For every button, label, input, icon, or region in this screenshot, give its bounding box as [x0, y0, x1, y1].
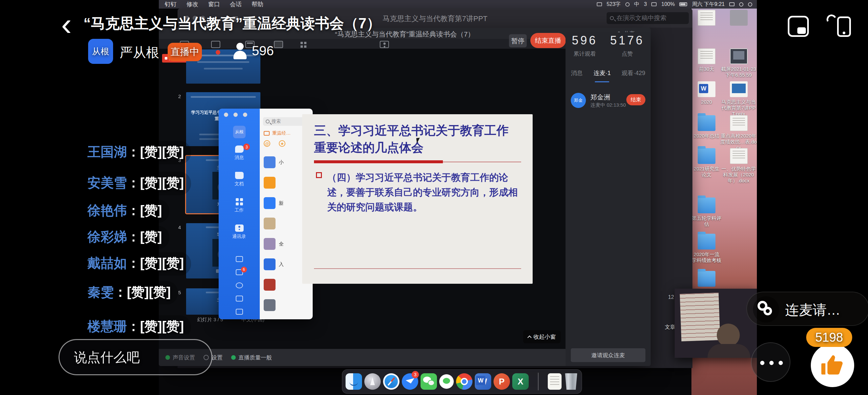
- mic-user-name: 郑金洲: [590, 93, 610, 102]
- more-ellipsis-button[interactable]: [751, 342, 790, 382]
- dock-app-icon[interactable]: [421, 372, 437, 391]
- menubar-item[interactable]: 修改: [186, 0, 198, 8]
- back-chevron-icon[interactable]: ‹: [61, 8, 72, 40]
- like-button[interactable]: [811, 344, 854, 387]
- pause-live-button[interactable]: 暂停: [509, 34, 527, 48]
- dock-app-icon[interactable]: W: [475, 372, 491, 391]
- chat-message: 安美雪：[赞][赞]: [83, 172, 191, 195]
- spotlight-icon[interactable]: [739, 2, 743, 7]
- pip-laptop-screen: [680, 293, 720, 341]
- desktop-icon[interactable]: [691, 271, 722, 289]
- siri-icon[interactable]: [748, 2, 752, 7]
- shottr-icon[interactable]: [729, 2, 735, 6]
- dock-app-icon[interactable]: [456, 372, 472, 391]
- menubar-item[interactable]: 会话: [230, 0, 242, 8]
- panel-tab[interactable]: 连麦·1: [593, 69, 611, 80]
- macos-menubar: 钉钉修改窗口会话帮助 523字 中 3 100% 周六 下午9:21: [159, 0, 757, 8]
- camera-pip-window[interactable]: [675, 289, 757, 358]
- chat-sender: 楼慧珊: [88, 319, 127, 334]
- panel-tab[interactable]: 消息: [571, 69, 583, 80]
- slide-divider: [314, 160, 443, 163]
- dock-app-icon[interactable]: [531, 372, 545, 391]
- panel-tab[interactable]: 观看·429: [621, 69, 645, 80]
- dock-app-icon[interactable]: P: [494, 372, 510, 391]
- bluetooth-icon[interactable]: [651, 2, 657, 6]
- end-live-button[interactable]: 结束直播: [530, 33, 566, 48]
- toolbar-icon: [274, 41, 283, 48]
- ppt-search-field[interactable]: 在演示文稿中搜索: [607, 12, 689, 24]
- menubar-item[interactable]: 帮助: [251, 0, 264, 8]
- desktop-icon[interactable]: 前30天: [691, 48, 722, 72]
- chat-sender: 安美雪: [88, 175, 127, 190]
- stream-quality-button[interactable]: 直播质量一般: [231, 354, 272, 361]
- streamer-avatar[interactable]: 从根: [88, 39, 113, 64]
- desktop-icon[interactable]: 2020: [691, 81, 722, 105]
- screen-mirroring-icon[interactable]: [597, 2, 602, 6]
- file-icon: [698, 81, 715, 97]
- chat-message: 戴喆如：[赞][赞]: [83, 252, 191, 276]
- chevron-up-icon: [527, 335, 532, 340]
- window-controls[interactable]: [224, 113, 247, 117]
- avatar: 郑金: [571, 93, 586, 108]
- desktop-icon[interactable]: 2020年一流学科绩效考核: [691, 234, 722, 263]
- dock-app-icon[interactable]: [564, 372, 578, 391]
- file-label: 2020年一流学科绩效考核: [691, 252, 722, 263]
- end-mic-button[interactable]: 结束: [626, 94, 645, 105]
- live-stats: 596 累计观看 5176 点赞: [565, 34, 651, 58]
- desktop-icon[interactable]: [720, 10, 757, 28]
- collapse-mini-window-button[interactable]: 收起小窗: [523, 330, 561, 343]
- viewer-count: 596: [252, 44, 274, 58]
- invite-audience-button[interactable]: 邀请观众连麦: [571, 348, 645, 362]
- dock-app-icon[interactable]: [439, 372, 454, 391]
- mic-request-label: 连麦请…: [785, 301, 840, 319]
- file-label: 2021研究生论文: [691, 166, 722, 178]
- desktop-icon[interactable]: 一、优势特色学科发展（2020年）.docx: [720, 148, 757, 184]
- stat-block: 5176 点赞: [610, 34, 644, 58]
- mic-request-button[interactable]: 连麦请…: [746, 292, 868, 326]
- dock-app-icon[interactable]: [346, 372, 362, 391]
- slide-footer-line: [314, 268, 521, 269]
- search-icon: [266, 119, 270, 123]
- app-status-icon[interactable]: [625, 2, 630, 7]
- stream-title: “马克思主义与当代教育”重温经典读书会（7）: [84, 14, 381, 33]
- desktop-icon[interactable]: [691, 10, 722, 28]
- dock-app-icon[interactable]: 3: [402, 372, 418, 391]
- dock-app-icon[interactable]: [383, 372, 400, 391]
- desktop-icon[interactable]: 2021研究生论文: [691, 148, 722, 178]
- chat-overlay: 王国湖：[赞][赞] 安美雪：[赞][赞] 徐艳伟：[赞] 徐彩娣：[赞] 戴喆…: [83, 140, 280, 334]
- ppt-window-title: 马克思主义与当代教育第7讲PPT: [382, 14, 487, 24]
- dock-app-icon[interactable]: [364, 372, 381, 391]
- wecom-live-entry[interactable]: 重温经…: [264, 130, 291, 136]
- thumbnail-number: 2: [178, 93, 181, 99]
- battery-icon: [679, 2, 687, 6]
- chat-input[interactable]: [59, 339, 212, 375]
- live-tv-icon: [264, 131, 270, 136]
- dock-app-icon[interactable]: X: [512, 372, 529, 391]
- chat-text: ：[赞]: [127, 229, 162, 244]
- menubar-item[interactable]: 钉钉: [165, 0, 177, 8]
- picture-in-picture-icon[interactable]: [788, 16, 809, 37]
- dock-app-icon[interactable]: [548, 372, 562, 391]
- chat-message: 徐彩娣：[赞]: [83, 226, 169, 249]
- pip-person-body: [708, 344, 750, 358]
- heart-count-status: 3: [644, 1, 647, 7]
- toolbar-icon: [299, 41, 308, 48]
- desktop-icon-label-peek: 文章: [665, 324, 675, 331]
- input-method-status[interactable]: 中: [634, 1, 640, 8]
- thumb-up-icon: [820, 353, 845, 377]
- file-icon: [730, 115, 748, 131]
- desktop-icon[interactable]: 重点高校2020年度绩效统…表.docx: [720, 115, 757, 151]
- file-label: 一、优势特色学科发展（2020年）.docx: [720, 166, 757, 184]
- menubar-clock[interactable]: 周六 下午9:21: [692, 1, 725, 8]
- stat-block: 596 累计观看: [572, 34, 597, 58]
- desktop-icon[interactable]: 截屏2021-01-23 下午6.55.59: [720, 48, 757, 78]
- desktop-icon[interactable]: 2020年总结: [691, 115, 722, 139]
- file-icon: [698, 148, 715, 164]
- like-count-badge: 5198: [806, 328, 852, 347]
- desktop-icon[interactable]: 马克思主义与当代教育第7讲PPT.pptx: [720, 81, 757, 117]
- rotate-screen-icon[interactable]: [827, 15, 853, 38]
- menubar-item[interactable]: 窗口: [208, 0, 220, 8]
- file-icon: [730, 148, 748, 164]
- desktop-icon[interactable]: 第五轮学科评估: [691, 198, 722, 227]
- avatar[interactable]: 从根: [233, 126, 246, 138]
